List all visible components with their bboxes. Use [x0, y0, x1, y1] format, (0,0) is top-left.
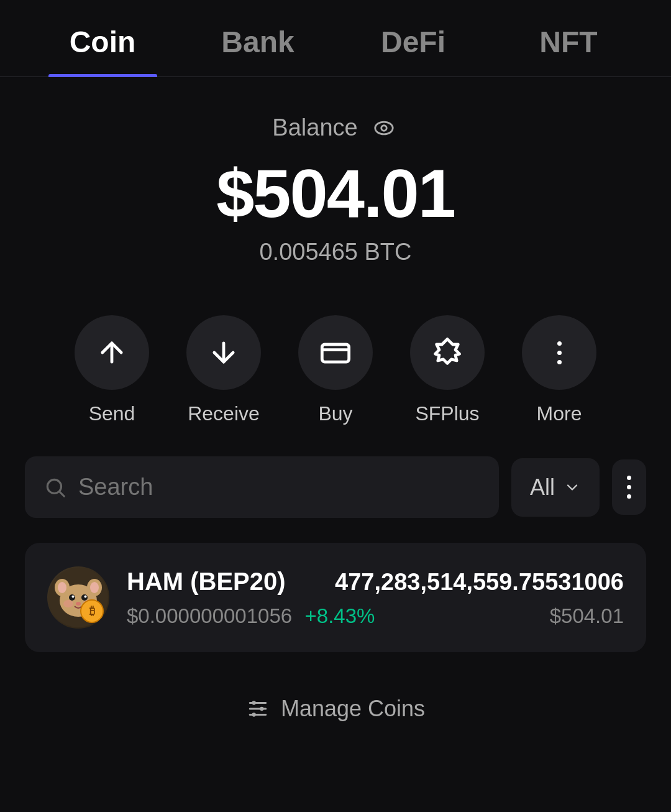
- svg-point-19: [63, 600, 73, 607]
- search-input[interactable]: [78, 474, 480, 501]
- coin-list: ₿ HAM (BEP20) 477,283,514,559.75531006 $…: [0, 537, 671, 658]
- coin-avatar-ham: ₿: [47, 566, 109, 629]
- svg-point-12: [58, 582, 66, 593]
- action-buttons: Send Receive Buy SFPlus: [0, 284, 671, 438]
- tab-coin[interactable]: Coin: [25, 0, 180, 76]
- manage-coins-icon: [246, 697, 270, 721]
- svg-point-0: [375, 122, 392, 134]
- buy-button[interactable]: [298, 315, 373, 390]
- svg-line-7: [60, 492, 64, 496]
- chevron-down-icon: [564, 479, 581, 496]
- ham-coin-icon: ₿: [47, 566, 109, 629]
- coin-info-ham: HAM (BEP20) 477,283,514,559.75531006 $0.…: [127, 568, 624, 628]
- svg-text:₿: ₿: [89, 605, 95, 617]
- coin-change: +8.43%: [305, 604, 375, 627]
- coin-value: $504.01: [550, 604, 624, 628]
- coin-item-ham[interactable]: ₿ HAM (BEP20) 477,283,514,559.75531006 $…: [25, 543, 646, 652]
- svg-point-6: [47, 479, 61, 493]
- coin-name: HAM (BEP20): [127, 568, 286, 596]
- balance-label-row: Balance: [25, 114, 646, 141]
- svg-point-28: [252, 713, 255, 716]
- receive-action[interactable]: Receive: [186, 315, 261, 425]
- svg-point-1: [381, 125, 386, 131]
- svg-point-27: [260, 707, 263, 711]
- search-icon: [43, 476, 67, 499]
- tab-bar: Coin Bank DeFi NFT: [0, 0, 671, 77]
- coin-price: $0.000000001056: [127, 604, 292, 627]
- search-input-wrapper[interactable]: [25, 456, 499, 518]
- tab-bank[interactable]: Bank: [180, 0, 336, 76]
- receive-icon: [208, 336, 240, 369]
- send-icon: [96, 336, 128, 369]
- tab-defi[interactable]: DeFi: [336, 0, 491, 76]
- sfplus-button[interactable]: [410, 315, 485, 390]
- svg-point-13: [90, 582, 99, 593]
- balance-text: Balance: [272, 114, 357, 141]
- more-action[interactable]: More: [522, 315, 596, 425]
- balance-section: Balance $504.01 0.005465 BTC: [0, 77, 671, 284]
- svg-point-14: [69, 594, 75, 601]
- coin-price-change: $0.000000001056 +8.43%: [127, 604, 375, 628]
- coin-name-row: HAM (BEP20) 477,283,514,559.75531006: [127, 568, 624, 596]
- svg-rect-4: [322, 344, 349, 362]
- filter-dropdown[interactable]: All: [511, 458, 600, 517]
- coin-amount: 477,283,514,559.75531006: [335, 569, 624, 596]
- more-dots-icon: [557, 341, 562, 364]
- search-row: All: [0, 438, 671, 537]
- svg-point-26: [252, 701, 255, 704]
- balance-btc: 0.005465 BTC: [25, 239, 646, 265]
- svg-point-18: [76, 602, 81, 606]
- svg-point-17: [84, 596, 87, 598]
- more-options-icon: [627, 476, 631, 499]
- send-button[interactable]: [75, 315, 149, 390]
- sfplus-action[interactable]: SFPlus: [410, 315, 485, 425]
- manage-coins-label: Manage Coins: [281, 696, 425, 722]
- buy-label: Buy: [318, 402, 352, 425]
- receive-label: Receive: [188, 402, 260, 425]
- svg-point-15: [81, 594, 88, 601]
- svg-point-16: [72, 596, 75, 598]
- toggle-balance-icon[interactable]: [369, 118, 399, 139]
- receive-button[interactable]: [186, 315, 261, 390]
- sfplus-label: SFPlus: [415, 402, 479, 425]
- send-label: Send: [89, 402, 135, 425]
- buy-icon: [319, 336, 352, 369]
- more-label: More: [537, 402, 582, 425]
- balance-usd: $504.01: [25, 154, 646, 233]
- tab-nft[interactable]: NFT: [491, 0, 646, 76]
- send-action[interactable]: Send: [75, 315, 149, 425]
- sfplus-icon: [431, 336, 463, 369]
- manage-coins-button[interactable]: Manage Coins: [0, 658, 671, 747]
- more-options-button[interactable]: [612, 459, 646, 515]
- buy-action[interactable]: Buy: [298, 315, 373, 425]
- filter-label: All: [530, 474, 555, 501]
- coin-price-row: $0.000000001056 +8.43% $504.01: [127, 604, 624, 628]
- more-button[interactable]: [522, 315, 596, 390]
